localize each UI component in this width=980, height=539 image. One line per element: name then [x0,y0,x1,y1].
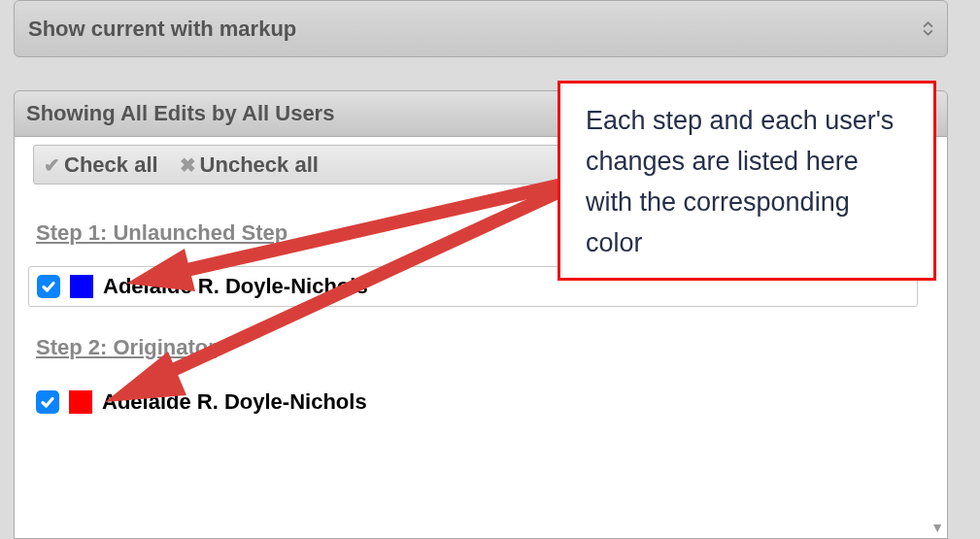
markup-mode-dropdown[interactable]: Show current with markup [14,0,948,57]
annotation-callout: Each step and each user's changes are li… [558,81,936,281]
user-name: Adelaide R. Doyle-Nichols [102,389,367,415]
color-swatch [70,275,93,298]
check-all-button[interactable]: ✔ Check all [44,152,158,178]
color-swatch [69,390,92,414]
markup-mode-label: Show current with markup [28,17,296,42]
user-name: Adelaide R. Doyle-Nichols [103,274,368,299]
user-checkbox[interactable] [36,390,59,414]
close-icon: ✖ [180,153,196,177]
user-checkbox[interactable] [37,275,60,298]
scroll-down-icon[interactable]: ▼ [930,520,944,535]
dropdown-chevrons-icon [923,21,933,36]
step-2-title: Step 2: Originator [36,335,217,360]
uncheck-all-button[interactable]: ✖ Uncheck all [180,152,319,178]
user-row[interactable]: Adelaide R. Doyle-Nichols [28,382,918,422]
annotation-text: Each step and each user's changes are li… [586,106,894,257]
step-1-title: Step 1: Unlaunched Step [36,220,287,246]
edits-filter-label: Showing All Edits by All Users [26,101,334,126]
check-all-label: Check all [64,152,158,178]
uncheck-all-label: Uncheck all [200,152,319,178]
check-icon: ✔ [44,153,60,177]
